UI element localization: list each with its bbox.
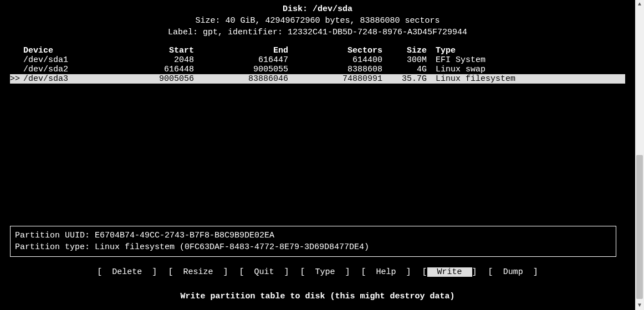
menu-bar: [ Delete ][ Resize ][ Quit ][ Type ][ He… [0,267,635,277]
scroll-down-arrow-icon[interactable]: ▼ [635,301,644,310]
disk-label-line: Label: gpt, identifier: 12332C41-DB5D-72… [0,27,635,38]
menu-item-dump[interactable]: [ Dump ] [488,267,538,277]
cell-device: /dev/sda1 [10,55,110,65]
table-row[interactable]: /dev/sda2616448900505583886084GLinux swa… [10,65,625,74]
menu-label: Dump [493,267,533,277]
table-row[interactable]: /dev/sda12048616447614400300MEFI System [10,55,625,65]
table-header-row: Device Start End Sectors Size Type [10,46,625,55]
cell-device: /dev/sda2 [10,65,110,74]
menu-label: Quit [244,267,284,277]
col-start: Start [110,46,198,55]
cell-type: EFI System [431,55,625,65]
menu-label: Type [305,267,345,277]
cell-end: 616447 [198,55,293,65]
cell-size: 300M [387,55,431,65]
vertical-scrollbar[interactable]: ▲ ▼ [635,0,644,310]
cell-end: 9005055 [198,65,293,74]
partition-type-info: Partition type: Linux filesystem (0FC63D… [15,241,611,253]
menu-item-quit[interactable]: [ Quit ] [239,267,289,277]
cell-end: 83886046 [198,74,293,84]
menu-label: Help [366,267,406,277]
cell-type: Linux swap [431,65,625,74]
disk-title: Disk: /dev/sda [0,3,635,15]
device-name: /dev/sda2 [23,65,68,74]
cell-sectors: 8388608 [293,65,387,74]
menu-item-delete[interactable]: [ Delete ] [97,267,157,277]
device-name: /dev/sda3 [23,74,68,84]
partition-table-container: Device Start End Sectors Size Type /dev/… [0,46,635,84]
col-type: Type [431,46,625,55]
col-size: Size [387,46,431,55]
menu-label: Delete [102,267,152,277]
cell-sectors: 614400 [293,55,387,65]
table-row[interactable]: >> /dev/sda39005056838860467488099135.7G… [10,74,625,84]
cell-start: 2048 [110,55,198,65]
cell-device: >> /dev/sda3 [10,74,110,84]
menu-item-help[interactable]: [ Help ] [361,267,411,277]
col-end: End [198,46,293,55]
partition-info-box: Partition UUID: E6704B74-49CC-2743-B7F8-… [10,226,616,257]
status-line: Write partition table to disk (this migh… [0,292,635,301]
scroll-thumb[interactable] [636,155,643,299]
device-name: /dev/sda1 [23,55,68,65]
disk-header: Disk: /dev/sda Size: 40 GiB, 42949672960… [0,3,635,38]
selection-pointer-icon: >> [10,74,23,84]
menu-label: Write [427,267,472,277]
menu-item-type[interactable]: [ Type ] [300,267,350,277]
partition-table: Device Start End Sectors Size Type /dev/… [10,46,625,84]
cell-size: 4G [387,65,431,74]
menu-item-resize[interactable]: [ Resize ] [168,267,228,277]
scroll-up-arrow-icon[interactable]: ▲ [635,0,644,9]
cell-start: 616448 [110,65,198,74]
disk-size-line: Size: 40 GiB, 42949672960 bytes, 8388608… [0,15,635,27]
terminal-window: Disk: /dev/sda Size: 40 GiB, 42949672960… [0,0,635,310]
menu-label: Resize [173,267,223,277]
menu-item-write[interactable]: [ Write ] [422,267,477,277]
cell-sectors: 74880991 [293,74,387,84]
col-sectors: Sectors [293,46,387,55]
col-device: Device [10,46,110,55]
partition-uuid: Partition UUID: E6704B74-49CC-2743-B7F8-… [15,230,611,241]
cell-type: Linux filesystem [431,74,625,84]
cell-start: 9005056 [110,74,198,84]
cell-size: 35.7G [387,74,431,84]
